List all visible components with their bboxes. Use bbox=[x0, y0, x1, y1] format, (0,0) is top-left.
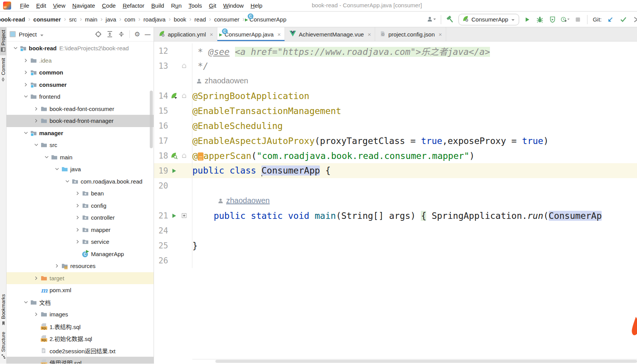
chevron-collapsed-icon[interactable] bbox=[75, 203, 80, 208]
chevron-expanded-icon[interactable] bbox=[44, 155, 49, 160]
code-line-15[interactable]: 15@EnableTransactionManagement bbox=[154, 103, 637, 118]
code-editor[interactable]: 12 * @see <a href="https://www.roadjava.… bbox=[154, 41, 637, 364]
tree-item-2.-.sql[interactable]: SQL2.初始化数据.sql bbox=[7, 333, 154, 345]
tree-item-book-read-font-consumer[interactable]: book-read-font-consumer bbox=[7, 103, 154, 115]
stripe-item-commit[interactable]: Commit bbox=[0, 55, 7, 85]
settings-icon[interactable]: ⚙ bbox=[134, 31, 140, 38]
run-gutter-icon[interactable] bbox=[168, 213, 180, 219]
code-text[interactable]: public static void main(String[] args) {… bbox=[192, 211, 637, 221]
user-menu-button[interactable] bbox=[427, 15, 436, 24]
tree-item-controller[interactable]: controller bbox=[7, 212, 154, 224]
code-text[interactable]: @EnableScheduling bbox=[192, 121, 637, 131]
intention-bulb-icon[interactable] bbox=[198, 152, 204, 160]
menu-item-navigate[interactable]: Navigate bbox=[69, 1, 98, 10]
breadcrumb-item-book-read[interactable]: book-read bbox=[0, 16, 25, 23]
chevron-expanded-icon[interactable] bbox=[23, 131, 28, 136]
breadcrumb-item-roadjava[interactable]: roadjava bbox=[144, 16, 166, 23]
menu-item-window[interactable]: Window bbox=[220, 1, 247, 10]
tree-item-com.roadjava.book.read[interactable]: com.roadjava.book.read bbox=[7, 175, 154, 188]
spring-run-gutter-icon[interactable] bbox=[168, 92, 180, 99]
chevron-expanded-icon[interactable] bbox=[65, 179, 70, 184]
breadcrumb-item-com[interactable]: com bbox=[124, 16, 135, 23]
tree-item-ManagerApp[interactable]: CManagerApp bbox=[7, 248, 154, 260]
run-gutter-icon[interactable] bbox=[168, 168, 180, 174]
tree-item-pom.xml[interactable]: mpom.xml bbox=[7, 284, 154, 296]
author-name[interactable]: zhaodaowen bbox=[205, 76, 248, 85]
chevron-expanded-icon[interactable] bbox=[23, 94, 28, 99]
menu-item-edit[interactable]: Edit bbox=[33, 1, 50, 10]
breadcrumb-item-consumerapp[interactable]: CConsumerApp bbox=[248, 16, 286, 23]
stripe-item-project[interactable]: Project bbox=[0, 27, 7, 55]
chevron-collapsed-icon[interactable] bbox=[23, 82, 28, 87]
tab-application.yml[interactable]: application.yml× bbox=[154, 27, 217, 41]
breadcrumb-item-src[interactable]: src bbox=[69, 16, 77, 23]
code-text[interactable]: @SpringBootApplication bbox=[192, 91, 637, 101]
code-line-18[interactable]: 18@apperScan("com.roadjava.book.read.con… bbox=[154, 148, 637, 163]
fold-marker-icon[interactable] bbox=[180, 213, 188, 218]
chevron-collapsed-icon[interactable] bbox=[33, 276, 39, 281]
tree-item-common[interactable]: common bbox=[7, 66, 154, 79]
code-line-17[interactable]: 17@EnableAspectJAutoProxy(proxyTargetCla… bbox=[154, 133, 637, 148]
chevron-collapsed-icon[interactable] bbox=[75, 191, 80, 196]
code-line-13[interactable]: 13 */ bbox=[154, 58, 637, 73]
chevron-down-icon[interactable] bbox=[40, 31, 44, 38]
git-commit-button[interactable] bbox=[619, 15, 628, 24]
chevron-collapsed-icon[interactable] bbox=[23, 70, 28, 75]
project-view-title[interactable]: Project bbox=[19, 31, 37, 38]
tree-item-resources[interactable]: resources bbox=[7, 260, 154, 272]
tree-item-book-read-front-manager[interactable]: book-read-front-manager bbox=[7, 115, 154, 127]
stop-button[interactable] bbox=[573, 15, 582, 24]
code-text[interactable]: */ bbox=[192, 61, 637, 71]
code-text[interactable]: @EnableAspectJAutoProxy(proxyTargetClass… bbox=[192, 136, 637, 146]
menu-item-code[interactable]: Code bbox=[99, 1, 119, 10]
editor-horizontal-scrollbar[interactable] bbox=[215, 360, 637, 363]
breadcrumb-item-main[interactable]: main bbox=[85, 16, 98, 23]
clipped-toolbar-icon[interactable] bbox=[631, 15, 637, 24]
chevron-collapsed-icon[interactable] bbox=[33, 118, 39, 123]
code-text[interactable]: public class ConsumerApp { bbox=[192, 165, 637, 176]
tree-item-java[interactable]: java bbox=[7, 163, 154, 175]
tab-close-icon[interactable]: × bbox=[210, 31, 213, 38]
menu-item-file[interactable]: File bbox=[17, 1, 33, 10]
locate-icon[interactable] bbox=[95, 31, 102, 38]
menu-item-help[interactable]: Help bbox=[247, 1, 266, 10]
tree-item-book-read[interactable]: book-readE:\ideaProjects2\book-read bbox=[7, 42, 154, 55]
tab-consumerapp.java[interactable]: CConsumerApp.java× bbox=[217, 27, 285, 41]
chevron-collapsed-icon[interactable] bbox=[75, 227, 80, 232]
menu-item-git[interactable]: Git bbox=[205, 1, 220, 10]
run-with-coverage-button[interactable] bbox=[548, 15, 557, 24]
author-name[interactable]: zhaodaowen bbox=[226, 196, 270, 205]
tree-item-bean[interactable]: bean bbox=[7, 187, 154, 200]
tree-item-service[interactable]: service bbox=[7, 236, 154, 248]
tree-item-.idea[interactable]: .idea bbox=[7, 55, 154, 67]
chevron-expanded-icon[interactable] bbox=[33, 142, 39, 147]
code-text[interactable]: } bbox=[192, 241, 637, 251]
chevron-expanded-icon[interactable] bbox=[23, 300, 28, 305]
expand-all-icon[interactable] bbox=[106, 31, 113, 38]
tree-item-main[interactable]: main bbox=[7, 151, 154, 164]
menu-item-view[interactable]: View bbox=[50, 1, 69, 10]
tree-item-1.-.sql[interactable]: SQL1.表结构.sql bbox=[7, 321, 154, 333]
collapse-all-icon[interactable] bbox=[118, 31, 125, 38]
chevron-expanded-icon[interactable] bbox=[13, 46, 18, 51]
code-line-14[interactable]: 14@SpringBootApplication bbox=[154, 88, 637, 103]
fold-marker-icon[interactable] bbox=[180, 153, 188, 158]
menu-item-refactor[interactable]: Refactor bbox=[119, 1, 148, 10]
breadcrumb-item-book[interactable]: book bbox=[174, 16, 186, 23]
build-button[interactable] bbox=[446, 15, 455, 24]
code-line-19[interactable]: 19public class ConsumerApp { bbox=[154, 163, 637, 178]
tree-item-mapper[interactable]: mapper bbox=[7, 224, 154, 236]
tree-item-manager[interactable]: manager bbox=[7, 127, 154, 139]
breadcrumb-item-consumer[interactable]: consumer bbox=[214, 16, 240, 23]
code-line-12[interactable]: 12 * @see <a href="https://www.roadjava.… bbox=[154, 43, 637, 58]
breadcrumb-item-read[interactable]: read bbox=[194, 16, 206, 23]
chevron-collapsed-icon[interactable] bbox=[75, 239, 80, 244]
run-configuration-selector[interactable]: ConsumerApp bbox=[458, 14, 519, 25]
git-update-button[interactable] bbox=[606, 15, 615, 24]
stripe-item-structure[interactable]: Structure bbox=[0, 329, 7, 362]
tree-scrollbar[interactable] bbox=[150, 91, 153, 148]
tree-item-consumer[interactable]: consumer bbox=[7, 79, 154, 91]
breadcrumb-item-java[interactable]: java bbox=[106, 16, 116, 23]
tab-achievementmanage.vue[interactable]: AchievementManage.vue× bbox=[285, 27, 375, 41]
tree-item-target[interactable]: target bbox=[7, 272, 154, 285]
